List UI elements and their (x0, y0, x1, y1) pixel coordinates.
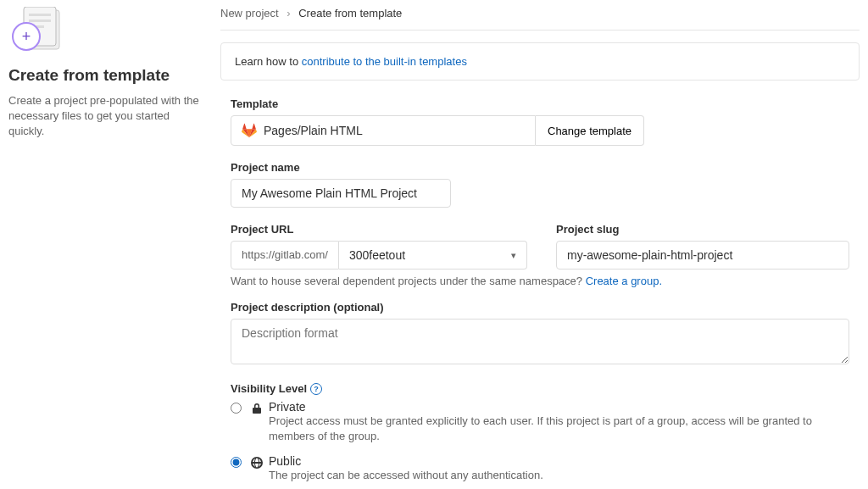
breadcrumb-separator: › (287, 7, 290, 19)
project-url-label: Project URL (231, 223, 527, 236)
visibility-option-public[interactable]: Public The project can be accessed witho… (231, 454, 849, 483)
svg-rect-3 (29, 19, 51, 22)
plus-icon: + (12, 22, 41, 51)
globe-icon (250, 456, 264, 470)
change-template-button[interactable]: Change template (536, 115, 644, 146)
chevron-down-icon: ▾ (511, 250, 516, 261)
info-text: Learn how to (235, 55, 302, 68)
help-icon[interactable]: ? (310, 383, 322, 395)
visibility-option-private[interactable]: Private Project access must be granted e… (231, 400, 849, 444)
project-slug-input[interactable] (556, 241, 849, 270)
template-name: Pages/Plain HTML (264, 124, 363, 137)
description-label: Project description (optional) (231, 301, 849, 314)
gitlab-icon (242, 123, 257, 138)
radio-public[interactable] (231, 457, 242, 468)
info-banner: Learn how to contribute to the built-in … (220, 42, 860, 81)
project-name-label: Project name (231, 161, 849, 174)
page-title: Create from template (8, 66, 203, 85)
breadcrumb-current: Create from template (298, 7, 402, 19)
template-display: Pages/Plain HTML (231, 115, 536, 146)
page-description: Create a project pre-populated with the … (8, 93, 203, 140)
private-desc: Project access must be granted explicitl… (269, 414, 812, 442)
create-group-link[interactable]: Create a group. (586, 275, 662, 287)
public-desc: The project can be accessed without any … (269, 469, 543, 481)
radio-private[interactable] (231, 403, 242, 414)
visibility-label: Visibility Level (231, 382, 307, 395)
description-textarea[interactable] (231, 319, 849, 364)
private-title: Private (269, 400, 849, 414)
breadcrumb-parent[interactable]: New project (220, 7, 279, 19)
project-name-input[interactable] (231, 179, 451, 208)
public-title: Public (269, 454, 849, 468)
template-illustration: + (8, 7, 63, 54)
namespace-value: 300feetout (349, 248, 405, 262)
sidebar: + Create from template Create a project … (8, 7, 220, 489)
namespace-hint: Want to house several dependent projects… (231, 275, 849, 287)
namespace-select[interactable]: 300feetout ▾ (339, 241, 527, 270)
main-content: New project › Create from template Learn… (220, 7, 860, 489)
info-link[interactable]: contribute to the built-in templates (302, 55, 467, 68)
svg-rect-2 (29, 14, 51, 16)
url-prefix: https://gitlab.com/ (231, 241, 339, 270)
lock-icon (250, 402, 264, 415)
breadcrumb: New project › Create from template (220, 7, 860, 31)
template-label: Template (231, 97, 849, 110)
project-slug-label: Project slug (556, 223, 849, 236)
